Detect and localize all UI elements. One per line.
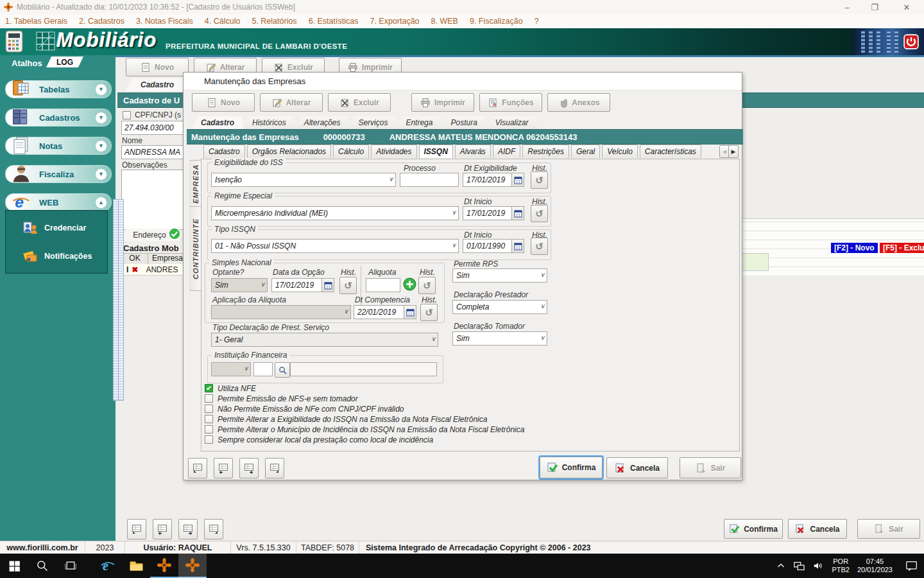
new-button[interactable]: Novo (126, 58, 189, 76)
chevron-down-icon[interactable]: ▼ (95, 112, 107, 124)
menu-cadastros[interactable]: 2. Cadastros (79, 17, 124, 26)
tab-issqn[interactable]: ISSQN (419, 144, 453, 158)
calendar-icon[interactable] (511, 207, 524, 220)
maximize-button[interactable]: ❐ (864, 0, 886, 14)
nav-next-button[interactable] (178, 519, 198, 539)
notification-center-icon[interactable] (905, 560, 918, 572)
confirm-button[interactable]: Confirma (540, 457, 603, 478)
exit-button[interactable]: Sair (680, 457, 741, 478)
tab-caracteristicas[interactable]: Características (640, 144, 701, 158)
nfe-cnpj-invalido-checkbox[interactable] (205, 405, 213, 413)
local-prestacao-checkbox[interactable] (205, 435, 213, 444)
splitter-handle[interactable] (118, 199, 124, 401)
new-button[interactable]: Novo (192, 93, 255, 112)
tab-calculo[interactable]: Cálculo (333, 144, 369, 158)
tab-veiculo[interactable]: Veículo (602, 144, 638, 158)
menu-exportacao[interactable]: 7. Exportação (370, 17, 419, 26)
sidebar-item-credenciar[interactable]: Credenciar (22, 220, 86, 236)
close-button[interactable]: ✕ (896, 0, 918, 14)
dt-inicio-tipo-field[interactable]: 01/01/1990 (463, 239, 524, 253)
aplicacao-select[interactable]: ∨ (211, 305, 351, 319)
tab-restricoes[interactable]: Restrições (522, 144, 569, 158)
dt-exigibilidade-field[interactable]: 17/01/2019 (463, 173, 524, 187)
app-fiorilli-icon[interactable] (150, 554, 178, 578)
instituicao-codigo-field[interactable] (253, 362, 273, 376)
dt-inicio-regime-field[interactable]: 17/01/2019 (463, 206, 524, 220)
regime-select[interactable]: Microempresário Individual (MEI)∨ (211, 206, 459, 220)
cpf-field[interactable]: 27.494.030/00 (121, 121, 191, 135)
sidebar-item-fiscaliza[interactable]: Fiscaliza ▼ (5, 165, 112, 183)
sidebar-item-notificacoes[interactable]: Notificações (22, 248, 92, 265)
dialog-titlebar[interactable]: Manutenção das Empresas (184, 73, 742, 91)
menu-estatisticas[interactable]: 6. Estatísticas (309, 17, 359, 26)
alterar-exigibilidade-checkbox[interactable] (205, 415, 213, 423)
tab-entrega[interactable]: Entrega (397, 116, 441, 129)
chevron-down-icon[interactable]: ▼ (95, 140, 107, 152)
sidebar-item-cadastros[interactable]: Cadastros ▼ (5, 109, 112, 127)
tab-cadastro-inner[interactable]: Cadastro (203, 144, 245, 158)
cancel-button[interactable]: Cancela (606, 457, 668, 478)
functions-button[interactable]: Funções (479, 93, 542, 112)
instituicao-tipo-select[interactable]: ∨ (211, 362, 251, 376)
chevron-up-icon[interactable]: ▲ (95, 197, 107, 209)
chevron-down-icon[interactable]: ▼ (95, 168, 107, 180)
menu-calculo[interactable]: 4. Cálculo (205, 17, 241, 26)
cancel-button[interactable]: Cancela (788, 519, 847, 539)
internet-explorer-icon[interactable]: e (94, 554, 122, 578)
tab-visualizar[interactable]: Visualizar (486, 116, 538, 129)
menu-fiscalizacao[interactable]: 9. Fiscalização (470, 17, 523, 26)
history-button[interactable]: ↺ (531, 238, 548, 255)
tab-alvaras[interactable]: Alvarás (455, 144, 491, 158)
exigibilidade-select[interactable]: Isenção∨ (211, 173, 396, 187)
bgwin-tab-cadastro[interactable]: Cadastro (126, 78, 189, 91)
tab-postura[interactable]: Postura (441, 116, 486, 129)
nav-next-button[interactable] (239, 458, 259, 478)
search-button[interactable] (275, 362, 290, 378)
tab-aidf[interactable]: AIDF (493, 144, 520, 158)
minimize-button[interactable]: – (836, 0, 858, 14)
tipo-declaracao-select[interactable]: 1- Geral∨ (211, 333, 438, 347)
nav-prev-button[interactable] (214, 458, 233, 478)
app-mobiliario-icon-active[interactable] (178, 554, 207, 578)
grid-col-empresa[interactable]: Empresa (148, 254, 183, 264)
declaracao-prestador-select[interactable]: Completa∨ (452, 300, 547, 314)
nav-prev-button[interactable] (153, 519, 172, 539)
dt-competencia-field[interactable]: 22/01/2019 (354, 305, 416, 319)
history-button[interactable]: ↺ (339, 277, 357, 294)
nome-field[interactable]: ANDRESSA MA (121, 145, 191, 159)
menu-notas-fiscais[interactable]: 3. Notas Fiscais (136, 17, 193, 26)
language-indicator[interactable]: PORPTB2 (832, 557, 850, 574)
alterar-municipio-checkbox[interactable] (205, 425, 213, 434)
tab-orgaos-relacionados[interactable]: Orgãos Relacionados (247, 144, 331, 158)
history-button[interactable]: ↺ (531, 171, 548, 189)
tab-geral[interactable]: Geral (571, 144, 600, 158)
tab-scroll-right-button[interactable]: ▶ (728, 145, 739, 158)
edit-button[interactable]: Alterar (260, 93, 323, 112)
processo-field[interactable] (400, 173, 459, 187)
sidebar-tab-atalhos[interactable]: Atalhos (12, 58, 42, 68)
instituicao-nome-field[interactable] (290, 362, 437, 376)
chevron-down-icon[interactable]: ▼ (95, 83, 107, 96)
taskbar-search-icon[interactable] (28, 554, 56, 578)
tab-alteracoes[interactable]: Alterações (295, 116, 350, 129)
print-button[interactable]: Imprimir (411, 93, 474, 112)
history-button[interactable]: ↺ (420, 304, 438, 321)
optante-select[interactable]: Sim∨ (211, 278, 268, 292)
confirm-button[interactable]: Confirma (724, 519, 783, 539)
sidebar-tab-log[interactable]: LOG (46, 57, 83, 67)
file-explorer-icon[interactable] (122, 554, 150, 578)
tipo-issqn-select[interactable]: 01 - Não Possui ISSQN∨ (211, 239, 459, 253)
clock[interactable]: 07:4520/01/2023 (857, 557, 893, 574)
tab-historicos[interactable]: Históricos (243, 116, 295, 129)
cpf-checkbox[interactable] (123, 111, 131, 119)
nav-first-button[interactable] (127, 519, 146, 539)
nav-first-button[interactable] (188, 458, 207, 478)
menu-tabelas-gerais[interactable]: 1. Tabelas Gerais (5, 17, 67, 26)
volume-icon[interactable] (812, 560, 824, 572)
menu-relatorios[interactable]: 5. Relatórios (252, 17, 296, 26)
tray-chevron-up-icon[interactable] (776, 561, 785, 570)
tab-servicos[interactable]: Serviços (349, 116, 397, 129)
nfse-sem-tomador-checkbox[interactable] (205, 394, 213, 403)
grid-row[interactable]: I ✖ ANDRES (121, 264, 192, 276)
network-icon[interactable] (793, 560, 805, 572)
